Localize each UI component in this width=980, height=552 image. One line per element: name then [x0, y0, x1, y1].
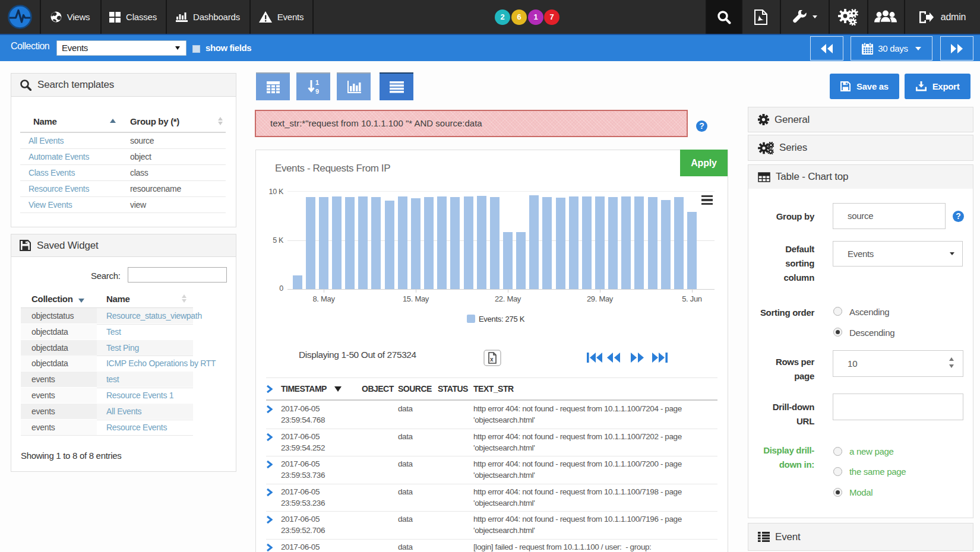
svg-text:9: 9 [315, 88, 319, 95]
svg-text:1: 1 [315, 80, 319, 86]
svg-text:x: x [490, 356, 494, 363]
